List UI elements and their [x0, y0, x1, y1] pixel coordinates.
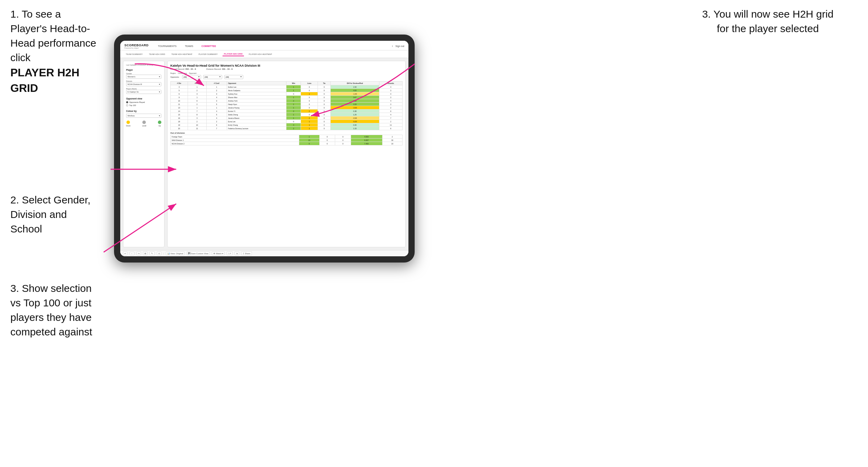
filter-selects-row: Opponents: (All) (All) (All) — [170, 75, 403, 79]
grid-title: Katelyn Vo Head-to-Head Grid for Women's… — [170, 64, 403, 67]
out-of-division-label: Out of division — [170, 132, 403, 134]
h2h-table: # Div # Reg # Conf Opponent Win Loss Tie… — [170, 81, 403, 130]
opponent-filter[interactable]: (All) — [224, 75, 243, 79]
gender-select[interactable]: Women's▾ — [126, 75, 161, 79]
table-row: 19 — [171, 123, 188, 127]
col-diff: Diff Av Strokes/Rnd — [331, 82, 379, 85]
instruction-step3-bottom: 3. Show selection vs Top 100 or just pla… — [10, 281, 100, 339]
sub-nav-player-summary[interactable]: PLAYER SUMMARY — [197, 53, 219, 56]
time-btn[interactable]: ⊙ — [157, 251, 161, 255]
sub-nav-team-h2h[interactable]: TEAM H2H GRID — [148, 53, 167, 56]
grid-subtitle: Overall Record: 353 - 34 - 6 Division Re… — [170, 68, 403, 70]
sub-nav-player-heatmap[interactable]: PLAYER H2H HEATMAP — [247, 53, 273, 56]
radio-opponents-played[interactable]: Opponents Played — [126, 101, 161, 103]
redo-btn[interactable]: ↪ — [136, 251, 141, 255]
sub-nav-team-summary[interactable]: TEAM SUMMARY — [124, 53, 144, 56]
sign-out-button[interactable]: Sign out — [395, 45, 404, 47]
instructions-left: 1. To see a Player's Head-to-Head perfor… — [0, 0, 111, 356]
back-btn[interactable]: ← — [130, 252, 134, 255]
undo-btn[interactable]: ↩ — [123, 251, 128, 255]
tablet-frame: SCOREBOARD Powered by clippd TOURNAMENTS… — [114, 35, 415, 263]
timestamp: Last Updated: 27/03/2024 16:55:38 — [126, 64, 161, 66]
instruction-step2: 2. Select Gender, Division and School — [10, 193, 100, 236]
right-panel: Katelyn Vo Head-to-Head Grid for Women's… — [167, 61, 406, 247]
bottom-toolbar: ↩ ← ↪ ⊞ ↰· ⊙ | 📊 View: Original 💾 Save C… — [120, 250, 408, 256]
nav-tournaments[interactable]: TOURNAMENTS — [156, 44, 178, 48]
instruction-step3-top: 3. You will now see H2H grid for the pla… — [695, 7, 840, 36]
table-row: 9 — [171, 96, 188, 99]
filter-row: Region Conference Opponent — [170, 72, 403, 74]
sub-nav: TEAM SUMMARY TEAM H2H GRID TEAM H2H HEAT… — [120, 50, 408, 58]
division-select[interactable]: NCAA Division III▾ — [126, 82, 161, 86]
table-row: 5 — [171, 89, 188, 92]
save-custom-view-btn[interactable]: 💾 Save Custom View — [187, 251, 210, 255]
out-of-division-table: Foreign Team 1 0 0 4.500 2 NAIA Division… — [170, 135, 403, 145]
table-row: 11 — [171, 103, 188, 106]
instruction-step1: 1. To see a Player's Head-to-Head perfor… — [10, 7, 100, 96]
fullscreen-btn[interactable]: ⇲ — [235, 251, 239, 255]
tablet-screen: SCOREBOARD Powered by clippd TOURNAMENTS… — [120, 41, 408, 256]
sub-nav-player-h2h[interactable]: PLAYER H2H GRID — [223, 52, 244, 56]
grid-btn[interactable]: ⊞ — [143, 251, 148, 255]
table-row: 3 — [171, 85, 188, 89]
colour-by-select[interactable]: Win/loss▾ — [126, 114, 161, 118]
table-row: 6 — [171, 92, 188, 96]
logo: SCOREBOARD Powered by clippd — [124, 44, 149, 49]
left-panel: Last Updated: 27/03/2024 16:55:38 Player… — [123, 61, 164, 247]
main-content: Last Updated: 27/03/2024 16:55:38 Player… — [120, 58, 408, 250]
opponents-filter[interactable]: (All) — [182, 75, 201, 79]
sub-nav-team-heatmap[interactable]: TEAM H2H HEATMAP — [170, 53, 194, 56]
table-row: 16 — [171, 116, 188, 120]
col-conf: # Conf — [206, 82, 227, 85]
player-rank-select[interactable]: 8. Katelyn Vo▾ — [126, 90, 161, 94]
nav-bar: SCOREBOARD Powered by clippd TOURNAMENTS… — [120, 41, 408, 50]
nav-right: i Sign out — [392, 45, 404, 47]
col-reg: # Reg — [188, 82, 206, 85]
conference-filter[interactable]: (All) — [203, 75, 222, 79]
col-rounds: Rounds — [379, 82, 402, 85]
nav-teams[interactable]: TEAMS — [183, 44, 195, 48]
table-row: 13 — [171, 106, 188, 109]
table-row: 20 — [171, 127, 188, 130]
watch-btn[interactable]: 👁 Watch ▾ — [212, 251, 225, 255]
col-tie: Tie — [318, 82, 331, 85]
opponent-view-radio: Opponents Played Top 100 — [126, 101, 161, 106]
radio-top100[interactable]: Top 100 — [126, 104, 161, 106]
share-btn[interactable]: ⇪ Share — [241, 251, 252, 255]
reset-btn[interactable]: ↰· — [150, 251, 155, 255]
expand-btn[interactable]: □↗ — [227, 251, 233, 255]
table-row: 14 — [171, 109, 188, 113]
col-opponent: Opponent — [227, 82, 286, 85]
colour-legend: Down Level Up — [126, 121, 161, 127]
view-original-btn[interactable]: 📊 View: Original — [166, 251, 185, 255]
nav-committee[interactable]: COMMITTEE — [200, 44, 218, 48]
col-loss: Loss — [301, 82, 318, 85]
table-row: 15 — [171, 113, 188, 116]
table-row: 18 — [171, 120, 188, 123]
table-row: 10 — [171, 99, 188, 103]
col-win: Win — [286, 82, 301, 85]
col-div: # Div — [171, 82, 188, 85]
